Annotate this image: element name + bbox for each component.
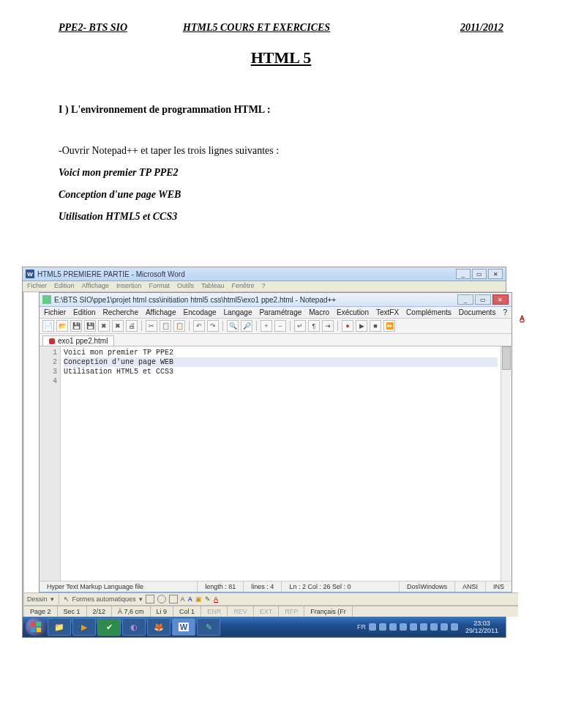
npp-menu-item[interactable]: Exécution <box>337 308 369 316</box>
taskbar-app-green[interactable]: ✔ <box>97 618 121 636</box>
npp-menu-item[interactable]: ? <box>503 308 507 316</box>
section-heading-1: I ) L'environnement de programmation HTM… <box>59 104 503 116</box>
tray-icon[interactable] <box>420 623 427 631</box>
font-color-icon[interactable]: A <box>214 595 218 603</box>
fill-color-icon[interactable]: ▣ <box>195 595 202 603</box>
word-menu-item[interactable]: Fenêtre <box>232 282 255 291</box>
toolbar-separator <box>290 321 291 331</box>
macro-fast-icon[interactable]: ⏩ <box>383 320 395 332</box>
npp-toolbar[interactable]: 📄 📂 💾 💾 ✖ ✖ 🖨 ✂ 📋 📋 ↶ ↷ <box>40 319 512 334</box>
taskbar-explorer[interactable]: 📁 <box>48 618 71 636</box>
line-shape-icon[interactable] <box>146 595 154 603</box>
npp-menu-item[interactable]: Compléments <box>406 308 452 316</box>
instruction-line: -Ouvrir Notepad++ et taper les trois lig… <box>59 145 503 157</box>
npp-minimize-button[interactable]: _ <box>457 294 473 305</box>
copy-icon[interactable]: 📋 <box>160 320 171 332</box>
npp-menu-item[interactable]: Macro <box>309 308 329 316</box>
rect-shape-icon[interactable] <box>169 595 178 603</box>
replace-icon[interactable]: 🔎 <box>241 320 252 332</box>
macro-play-icon[interactable]: ▶ <box>356 320 367 332</box>
oval-shape-icon[interactable] <box>157 595 166 603</box>
npp-tab-bar[interactable]: exo1 ppe2.html <box>40 334 512 346</box>
npp-menu-item[interactable]: Edition <box>73 308 96 316</box>
word-menu-item[interactable]: Outils <box>177 282 194 291</box>
search-icon[interactable]: 🔍 <box>227 320 239 332</box>
line-color-icon[interactable]: ✎ <box>205 595 211 603</box>
new-file-icon[interactable]: 📄 <box>42 320 54 332</box>
zoom-out-icon[interactable]: − <box>274 320 286 332</box>
word-wrap-icon[interactable]: ↵ <box>294 320 306 332</box>
npp-vertical-scrollbar[interactable] <box>501 346 512 581</box>
npp-menu-item[interactable]: TextFX <box>376 308 399 316</box>
tray-network-icon[interactable] <box>441 623 448 631</box>
tray-volume-icon[interactable] <box>451 623 458 631</box>
text-box-icon[interactable]: A <box>181 595 185 603</box>
taskbar-eclipse[interactable]: ◐ <box>122 618 146 636</box>
taskbar-notepadpp[interactable]: ✎ <box>197 618 220 636</box>
word-menu-item[interactable]: Insertion <box>116 282 142 291</box>
cut-icon[interactable]: ✂ <box>146 320 157 332</box>
npp-maximize-button[interactable]: ▭ <box>475 294 491 305</box>
word-menu-item[interactable]: Tableau <box>201 282 225 291</box>
npp-menu-item[interactable]: Affichage <box>146 308 176 316</box>
npp-file-tab[interactable]: exo1 ppe2.html <box>42 335 114 346</box>
word-menu-item[interactable]: ? <box>262 282 266 291</box>
system-tray[interactable]: FR 23:03 29/12/2011 <box>357 620 503 634</box>
npp-menu-item[interactable]: Encodage <box>183 308 216 316</box>
word-title-bar[interactable]: W HTML5 PREMIERE PARTIE - Microsoft Word… <box>23 267 506 281</box>
npp-menu-item[interactable]: Fichier <box>44 308 66 316</box>
tray-icon[interactable] <box>369 623 376 631</box>
close-all-icon[interactable]: ✖ <box>112 320 124 332</box>
tray-icon[interactable] <box>430 623 438 631</box>
save-all-icon[interactable]: 💾 <box>84 320 96 332</box>
start-button[interactable] <box>26 618 46 636</box>
npp-editor[interactable]: 1 2 3 4 Voici mon premier TP PPE2 Concep… <box>40 346 512 581</box>
word-menu-item[interactable]: Affichage <box>82 282 109 291</box>
tray-language-indicator[interactable]: FR <box>357 623 366 631</box>
save-icon[interactable]: 💾 <box>70 320 82 332</box>
line-number: 4 <box>40 376 57 386</box>
tray-clock[interactable]: 23:03 29/12/2011 <box>461 620 503 634</box>
word-minimize-button[interactable]: _ <box>456 269 471 279</box>
indent-guide-icon[interactable]: ⇥ <box>322 320 334 332</box>
wordart-icon[interactable]: A <box>188 595 193 603</box>
word-menu-item[interactable]: Edition <box>54 282 75 291</box>
autoshapes-menu[interactable]: Formes automatiques <box>72 595 136 603</box>
show-all-chars-icon[interactable]: ¶ <box>308 320 320 332</box>
redo-icon[interactable]: ↷ <box>207 320 219 332</box>
tray-icon[interactable] <box>410 623 417 631</box>
tray-icon[interactable] <box>400 623 407 631</box>
taskbar-firefox[interactable]: 🦊 <box>147 618 171 636</box>
scrollbar-thumb[interactable] <box>502 346 511 370</box>
word-menu-bar[interactable]: Fichier Edition Affichage Insertion Form… <box>23 281 506 292</box>
zoom-in-icon[interactable]: + <box>261 320 272 332</box>
npp-title-bar[interactable]: E:\BTS SIO\ppe1\projet html css\initiati… <box>40 293 512 307</box>
word-menu-item[interactable]: Format <box>149 282 170 291</box>
word-close-button[interactable]: ✕ <box>488 269 503 279</box>
open-file-icon[interactable]: 📂 <box>56 320 68 332</box>
word-maximize-button[interactable]: ▭ <box>472 269 487 279</box>
undo-icon[interactable]: ↶ <box>193 320 205 332</box>
windows-taskbar[interactable]: 📁 ▶ ✔ ◐ 🦊 W ✎ FR 23:03 29/12/2011 <box>23 617 506 637</box>
npp-menu-item[interactable]: Langage <box>224 308 252 316</box>
draw-menu[interactable]: Dessin <box>27 595 48 603</box>
npp-close-button[interactable]: ✕ <box>492 294 509 305</box>
tray-icon[interactable] <box>389 623 397 631</box>
npp-menu-item[interactable]: Recherche <box>103 308 138 316</box>
macro-record-icon[interactable]: ● <box>342 320 353 332</box>
taskbar-wmp[interactable]: ▶ <box>72 618 96 636</box>
tray-icon[interactable] <box>379 623 386 631</box>
word-drawing-toolbar[interactable]: Dessin▾ ↖ Formes automatiques▾ A A ▣ ✎ A <box>24 593 518 606</box>
word-menu-item[interactable]: Fichier <box>27 282 47 291</box>
npp-menu-item[interactable]: Documents <box>459 308 496 316</box>
npp-menu-bar[interactable]: Fichier Edition Recherche Affichage Enco… <box>40 307 512 319</box>
code-area[interactable]: Voici mon premier TP PPE2 Conception d'u… <box>61 346 501 581</box>
font-format-icon[interactable]: A̲ <box>520 314 525 322</box>
macro-stop-icon[interactable]: ■ <box>370 320 381 332</box>
close-file-icon[interactable]: ✖ <box>98 320 110 332</box>
npp-menu-item[interactable]: Paramétrage <box>259 308 301 316</box>
taskbar-word[interactable]: W <box>172 618 195 636</box>
select-objects-icon[interactable]: ↖ <box>64 595 70 603</box>
print-icon[interactable]: 🖨 <box>126 320 138 332</box>
paste-icon[interactable]: 📋 <box>173 320 185 332</box>
